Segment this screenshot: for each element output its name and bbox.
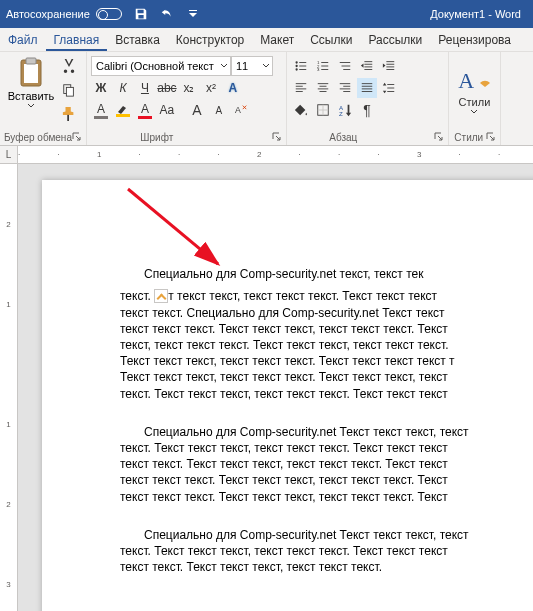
tab-review[interactable]: Рецензирова <box>430 29 519 51</box>
group-font-label: Шрифт <box>140 132 173 143</box>
group-styles-short-label: Стили <box>459 96 491 108</box>
svg-rect-1 <box>24 64 38 83</box>
numbering-icon: 123 <box>316 59 330 73</box>
align-center-button[interactable] <box>313 78 333 98</box>
numbering-button[interactable]: 123 <box>313 56 333 76</box>
text-effects-button[interactable]: A <box>223 78 243 98</box>
svg-text:A: A <box>235 105 241 115</box>
save-button[interactable] <box>128 7 154 21</box>
italic-button[interactable]: К <box>113 78 133 98</box>
document-canvas[interactable]: Специально для Comp-security.net текст, … <box>18 164 533 611</box>
align-right-icon <box>338 81 352 95</box>
superscript-button[interactable]: x² <box>201 78 221 98</box>
font-name-combo[interactable]: Calibri (Основной текст <box>91 56 231 76</box>
align-left-button[interactable] <box>291 78 311 98</box>
autosave-label: Автосохранение <box>6 8 90 20</box>
clipboard-icon <box>17 56 45 88</box>
shading-button[interactable] <box>113 100 133 120</box>
svg-text:3: 3 <box>317 67 320 72</box>
brush-icon <box>62 107 76 121</box>
align-right-button[interactable] <box>335 78 355 98</box>
svg-rect-2 <box>26 58 36 64</box>
styles-gallery-button[interactable]: A <box>458 68 490 94</box>
subscript-button[interactable]: x₂ <box>179 78 199 98</box>
align-justify-icon <box>360 81 374 95</box>
chevron-down-icon <box>220 62 228 70</box>
styles-dialog-launcher[interactable] <box>486 132 496 142</box>
document-body[interactable]: Специально для Comp-security.net текст, … <box>120 250 533 611</box>
multilevel-list-button[interactable] <box>335 56 355 76</box>
bold-button[interactable]: Ж <box>91 78 111 98</box>
eraser-icon: A <box>234 103 248 117</box>
title-bar: Автосохранение Документ1 - Word <box>0 0 533 28</box>
tab-references[interactable]: Ссылки <box>302 29 360 51</box>
decrease-indent-button[interactable] <box>357 56 377 76</box>
tab-layout[interactable]: Макет <box>252 29 302 51</box>
paste-button[interactable]: Вставить <box>4 54 58 112</box>
format-painter-button[interactable] <box>58 104 80 124</box>
toggle-icon[interactable] <box>96 8 122 20</box>
align-justify-button[interactable] <box>357 78 377 98</box>
highlighter-icon <box>117 104 129 114</box>
grow-font-button[interactable]: A <box>187 100 207 120</box>
ruler-horizontal[interactable]: L · · 1 · · · 2 · · · 3 · · · 4 · · · 5 … <box>0 146 533 164</box>
tab-insert[interactable]: Вставка <box>107 29 168 51</box>
bullets-button[interactable] <box>291 56 311 76</box>
align-center-icon <box>316 81 330 95</box>
paste-options-smarttag[interactable] <box>154 289 168 303</box>
svg-rect-5 <box>67 115 69 121</box>
undo-button[interactable] <box>154 7 180 21</box>
line-spacing-button[interactable] <box>379 78 399 98</box>
svg-point-7 <box>295 61 297 63</box>
font-size-combo[interactable]: 11 <box>231 56 273 76</box>
svg-text:Z: Z <box>339 110 343 117</box>
sort-button[interactable]: AZ <box>335 100 355 120</box>
window-title: Документ1 - Word <box>206 8 533 20</box>
group-paragraph: 123 <box>287 52 449 145</box>
text-highlight-button[interactable]: A <box>91 100 111 120</box>
outdent-icon <box>360 59 374 73</box>
increase-indent-button[interactable] <box>379 56 399 76</box>
tab-mailings[interactable]: Рассылки <box>360 29 430 51</box>
ruler-vertical[interactable]: 2 1 1 2 3 <box>0 164 18 611</box>
show-marks-button[interactable]: ¶ <box>357 100 377 120</box>
multilevel-icon <box>338 59 352 73</box>
group-clipboard-label: Буфер обмена <box>4 132 72 143</box>
borders-button[interactable] <box>313 100 333 120</box>
group-font: Calibri (Основной текст 11 Ж К Ч abc x₂ … <box>87 52 287 145</box>
clipboard-dialog-launcher[interactable] <box>72 132 82 142</box>
group-paragraph-label: Абзац <box>329 132 357 143</box>
brush-under-icon <box>479 80 491 88</box>
tab-home[interactable]: Главная <box>46 29 108 51</box>
sort-icon: AZ <box>338 103 352 117</box>
autosave-toggle[interactable]: Автосохранение <box>0 8 128 20</box>
chevron-down-icon <box>27 102 35 110</box>
strikethrough-button[interactable]: abc <box>157 78 177 98</box>
tab-design[interactable]: Конструктор <box>168 29 252 51</box>
cut-button[interactable] <box>58 56 80 76</box>
shrink-font-button[interactable]: A <box>209 100 229 120</box>
paragraph-dialog-launcher[interactable] <box>434 132 444 142</box>
group-styles: A Стили Стили <box>449 52 501 145</box>
shading-split-button[interactable] <box>291 100 311 120</box>
bullets-icon <box>294 59 308 73</box>
font-dialog-launcher[interactable] <box>272 132 282 142</box>
line-spacing-icon <box>382 81 396 95</box>
tab-file[interactable]: Файл <box>0 29 46 51</box>
font-color-button[interactable]: A <box>135 100 155 120</box>
group-clipboard: Вставить Буфер обмена <box>0 52 87 145</box>
chevron-down-icon <box>470 108 478 116</box>
copy-icon <box>62 83 76 97</box>
workspace: 2 1 1 2 3 Специально для Comp-security.n… <box>0 164 533 611</box>
change-case-button[interactable]: Aa <box>157 100 177 120</box>
underline-button[interactable]: Ч <box>135 78 155 98</box>
svg-point-9 <box>295 68 297 70</box>
qat-customize-button[interactable] <box>180 9 206 19</box>
scissors-icon <box>62 59 76 73</box>
tab-selector[interactable]: L <box>0 146 18 164</box>
clear-formatting-button[interactable]: A <box>231 100 251 120</box>
copy-button[interactable] <box>58 80 80 100</box>
ruler-h-marks: · · 1 · · · 2 · · · 3 · · · 4 · · · 5 · … <box>18 150 533 159</box>
align-left-icon <box>294 81 308 95</box>
page[interactable]: Специально для Comp-security.net текст, … <box>42 180 533 611</box>
